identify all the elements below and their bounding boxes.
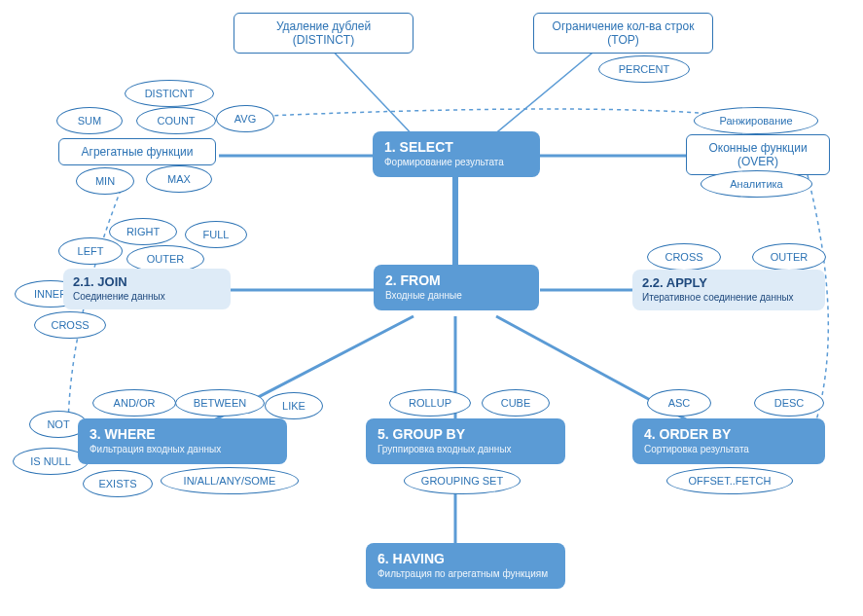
label: ROLLUP	[409, 397, 451, 409]
label: OUTER	[771, 251, 809, 263]
pill-grouping-set: GROUPING SET	[404, 467, 521, 494]
pill-sum: SUM	[56, 107, 123, 134]
pill-ranking: Ранжирование	[694, 107, 818, 134]
node-having: 6. HAVING Фильтрация по агрегатным функц…	[366, 543, 565, 589]
label: OFFSET..FETCH	[689, 475, 772, 487]
pill-right: RIGHT	[109, 218, 177, 245]
pill-avg: AVG	[216, 105, 274, 132]
label: Удаление дублей (DISTINCT)	[276, 19, 371, 47]
label: COUNT	[157, 115, 195, 127]
pill-inall: IN/ALL/ANY/SOME	[161, 467, 299, 494]
title: 6. HAVING	[378, 551, 554, 566]
label: RIGHT	[126, 226, 160, 237]
label: LIKE	[282, 400, 306, 412]
pill-cross-join: CROSS	[34, 311, 106, 339]
title: 5. GROUP BY	[378, 426, 554, 442]
subtitle: Входные данные	[385, 290, 527, 301]
label: IS NULL	[30, 455, 71, 467]
title: 1. SELECT	[384, 139, 528, 155]
label: DESC	[774, 397, 805, 409]
box-agg-fn: Агрегатные функции	[58, 138, 216, 165]
node-join: 2.1. JOIN Соединение данных	[63, 269, 231, 309]
label: PERCENT	[619, 63, 670, 75]
label: AND/OR	[114, 397, 156, 409]
label: ASC	[668, 397, 691, 409]
svg-line-1	[486, 44, 603, 141]
subtitle: Фильтрация входных данных	[90, 444, 275, 454]
label: FULL	[203, 229, 230, 240]
svg-line-0	[326, 44, 418, 141]
node-from: 2. FROM Входные данные	[374, 265, 539, 310]
subtitle: Сортировка результата	[644, 444, 813, 454]
box-distinct: Удаление дублей (DISTINCT)	[234, 13, 414, 54]
label: DISTICNT	[145, 88, 195, 99]
pill-min: MIN	[76, 167, 134, 195]
subtitle: Фильтрация по агрегатным функциям	[378, 568, 554, 579]
title: 4. ORDER BY	[644, 426, 813, 442]
label: CROSS	[51, 319, 89, 331]
label: AVG	[234, 113, 256, 125]
pill-desc: DESC	[754, 389, 824, 417]
subtitle: Итеративное соединение данных	[642, 292, 815, 303]
pill-analytics: Аналитика	[701, 170, 812, 198]
pill-asc: ASC	[647, 389, 711, 417]
label: EXISTS	[98, 478, 136, 489]
pill-offset: OFFSET..FETCH	[666, 467, 793, 494]
box-top: Ограничение кол-ва строк (TOP)	[533, 13, 713, 54]
label: GROUPING SET	[421, 475, 503, 487]
pill-andor: AND/OR	[92, 389, 176, 417]
label: INNER	[34, 288, 67, 300]
label: Ранжирование	[719, 115, 792, 127]
label: Аналитика	[730, 178, 782, 190]
label: IN/ALL/ANY/SOME	[184, 475, 276, 487]
pill-count: COUNT	[136, 107, 216, 134]
title: 2. FROM	[385, 272, 527, 288]
label: MAX	[167, 173, 191, 185]
title: 2.1. JOIN	[73, 274, 221, 289]
pill-percent: PERCENT	[598, 55, 690, 83]
node-apply: 2.2. APPLY Итеративное соединение данных	[632, 270, 825, 310]
pill-like: LIKE	[265, 392, 323, 419]
pill-max: MAX	[146, 165, 212, 193]
label: BETWEEN	[194, 397, 246, 409]
node-where: 3. WHERE Фильтрация входных данных	[78, 418, 287, 464]
node-orderby: 4. ORDER BY Сортировка результата	[632, 418, 825, 464]
title: 3. WHERE	[90, 426, 275, 442]
label: CUBE	[501, 397, 531, 409]
pill-cube: CUBE	[482, 389, 550, 417]
node-select: 1. SELECT Формирование результата	[373, 131, 540, 177]
box-window-fn: Оконные функции (OVER)	[686, 134, 830, 175]
label: Оконные функции (OVER)	[708, 141, 807, 168]
label: OUTER	[147, 253, 185, 265]
label: Агрегатные функции	[82, 145, 194, 159]
pill-rollup: ROLLUP	[389, 389, 471, 417]
pill-exists: EXISTS	[83, 470, 153, 497]
pill-cross-apply: CROSS	[647, 243, 721, 271]
label: MIN	[95, 175, 115, 187]
subtitle: Формирование результата	[384, 157, 528, 167]
pill-between: BETWEEN	[175, 389, 265, 417]
pill-full: FULL	[185, 221, 247, 248]
pill-disticnt: DISTICNT	[125, 80, 214, 107]
title: 2.2. APPLY	[642, 275, 815, 290]
label: LEFT	[78, 245, 104, 257]
node-groupby: 5. GROUP BY Группировка входных данных	[366, 418, 565, 464]
label: NOT	[47, 418, 69, 430]
subtitle: Соединение данных	[73, 291, 221, 302]
label: SUM	[78, 115, 101, 127]
label: CROSS	[665, 251, 702, 263]
label: Ограничение кол-ва строк (TOP)	[553, 19, 695, 47]
subtitle: Группировка входных данных	[378, 444, 554, 454]
pill-outer-apply: OUTER	[752, 243, 826, 271]
pill-left: LEFT	[58, 237, 123, 265]
